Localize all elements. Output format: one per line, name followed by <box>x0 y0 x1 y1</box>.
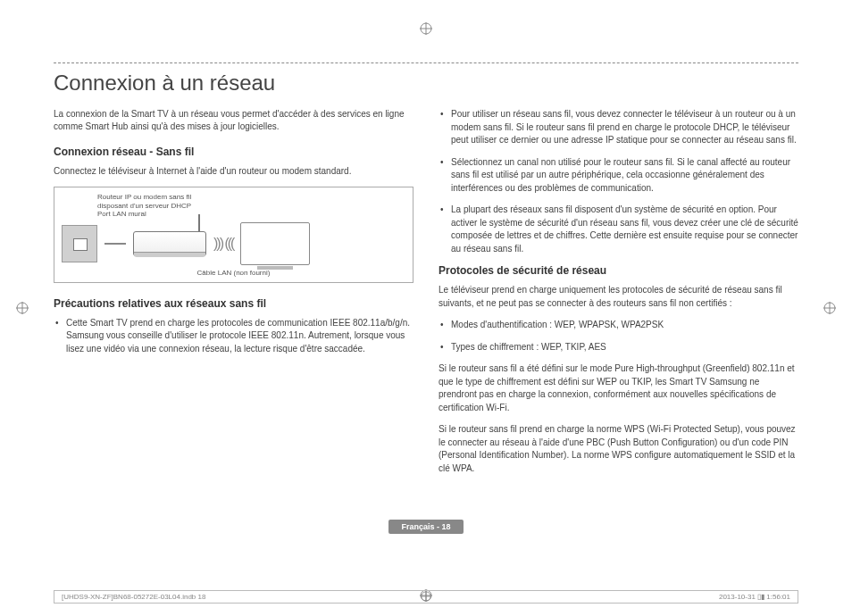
diagram-label: Port LAN mural <box>97 210 405 219</box>
footer-right: 2013-10-31 ▯▮ 1:56:01 <box>719 593 790 601</box>
crop-mark-icon <box>421 591 431 604</box>
cable-label: Câble LAN (non fourni) <box>62 269 405 277</box>
list-item: Sélectionnez un canal non utilisé pour l… <box>439 156 798 196</box>
divider <box>54 62 798 63</box>
list-item: Pour utiliser un réseau sans fil, vous d… <box>439 108 798 147</box>
page-number-badge: Français - 18 <box>388 520 463 534</box>
network-diagram: Routeur IP ou modem sans fil disposant d… <box>54 187 413 283</box>
intro-text: La connexion de la Smart TV à un réseau … <box>54 108 413 133</box>
section-heading-precautions: Précautions relatives aux réseaux sans f… <box>54 297 413 310</box>
wifi-subtext: Connectez le téléviseur à Internet à l'a… <box>54 165 413 178</box>
diagram-label: disposant d'un serveur DHCP <box>97 202 405 211</box>
cable-icon <box>104 243 126 245</box>
section-heading-wifi: Connexion réseau - Sans fil <box>54 146 413 158</box>
section-heading-protocols: Protocoles de sécurité de réseau <box>439 264 798 277</box>
protocols-intro: Le téléviseur prend en charge uniquement… <box>439 284 798 310</box>
wall-port-icon <box>62 225 97 262</box>
tv-icon <box>240 222 310 265</box>
print-footer: [UHDS9-XN-ZF]BN68-05272E-03L04.indb 18 2… <box>54 590 798 604</box>
wifi-waves-icon: ))) ((( <box>213 236 233 252</box>
protocols-paragraph: Si le routeur sans fil a été défini sur … <box>439 362 798 414</box>
list-item: Types de chiffrement : WEP, TKIP, AES <box>439 341 798 354</box>
list-item: Cette Smart TV prend en charge les proto… <box>54 317 413 356</box>
router-icon <box>133 231 206 256</box>
diagram-label: Routeur IP ou modem sans fil <box>97 193 405 202</box>
page-title: Connexion à un réseau <box>54 71 798 96</box>
footer-left: [UHDS9-XN-ZF]BN68-05272E-03L04.indb 18 <box>62 593 205 601</box>
list-item: La plupart des réseaux sans fil disposen… <box>439 204 798 255</box>
list-item: Modes d'authentification : WEP, WPAPSK, … <box>439 319 798 332</box>
protocols-paragraph: Si le routeur sans fil prend en charge l… <box>439 423 798 475</box>
